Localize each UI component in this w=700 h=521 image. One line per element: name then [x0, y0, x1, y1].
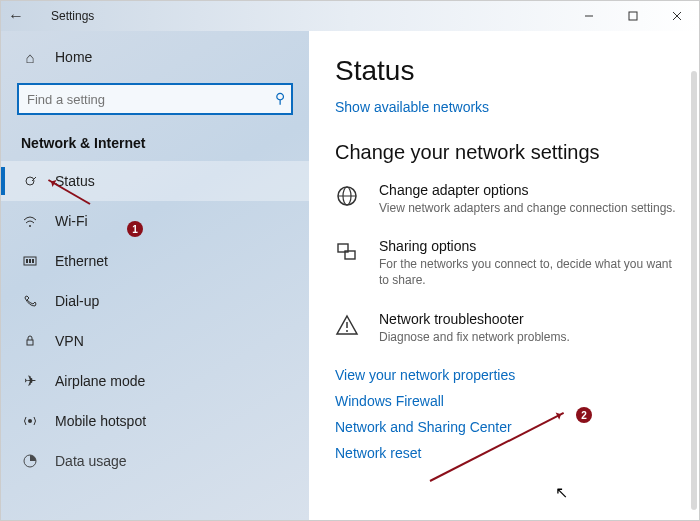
- hotspot-icon: [21, 413, 39, 429]
- globe-icon: [335, 184, 363, 216]
- window-title: Settings: [51, 9, 94, 23]
- datausage-icon: [21, 453, 39, 469]
- sidebar-item-label: Airplane mode: [55, 373, 145, 389]
- main-panel: Status Show available networks Change yo…: [309, 31, 699, 520]
- search-icon: ⚲: [275, 90, 285, 106]
- home-icon: ⌂: [21, 49, 39, 66]
- svg-point-4: [26, 177, 34, 185]
- row-adapter-options[interactable]: Change adapter options View network adap…: [335, 182, 699, 216]
- sidebar-item-vpn[interactable]: VPN: [1, 321, 309, 361]
- link-network-properties[interactable]: View your network properties: [335, 367, 699, 383]
- sidebar-home-label: Home: [55, 49, 92, 65]
- row-label: Change adapter options: [379, 182, 676, 198]
- annotation-1: 1: [127, 221, 143, 237]
- annotation-2: 2: [576, 407, 592, 423]
- svg-rect-10: [32, 259, 34, 263]
- links-block: View your network properties Windows Fir…: [335, 367, 699, 461]
- link-network-reset[interactable]: Network reset: [335, 445, 699, 461]
- row-desc: Diagnose and fix network problems.: [379, 329, 570, 345]
- svg-point-6: [29, 225, 31, 227]
- svg-point-20: [346, 330, 348, 332]
- row-label: Network troubleshooter: [379, 311, 570, 327]
- sidebar-item-datausage[interactable]: Data usage: [1, 441, 309, 481]
- row-sharing-options[interactable]: Sharing options For the networks you con…: [335, 238, 699, 288]
- status-icon: [21, 173, 39, 189]
- sidebar-item-label: Wi-Fi: [55, 213, 88, 229]
- sidebar-home[interactable]: ⌂ Home: [1, 37, 309, 77]
- mouse-cursor: ↖: [555, 483, 568, 502]
- search-wrap: ⚲: [17, 83, 293, 115]
- svg-rect-1: [629, 12, 637, 20]
- row-troubleshooter[interactable]: Network troubleshooter Diagnose and fix …: [335, 311, 699, 345]
- sharing-icon: [335, 240, 363, 288]
- row-desc: View network adapters and change connect…: [379, 200, 676, 216]
- link-network-sharing-center[interactable]: Network and Sharing Center: [335, 419, 699, 435]
- row-label: Sharing options: [379, 238, 681, 254]
- svg-rect-11: [27, 340, 33, 345]
- sidebar-item-label: VPN: [55, 333, 84, 349]
- change-settings-heading: Change your network settings: [335, 141, 699, 164]
- scrollbar[interactable]: [691, 71, 697, 510]
- svg-rect-9: [29, 259, 31, 263]
- sidebar-item-dialup[interactable]: Dial-up: [1, 281, 309, 321]
- search-input[interactable]: [17, 83, 293, 115]
- vpn-icon: [21, 333, 39, 349]
- sidebar-item-label: Ethernet: [55, 253, 108, 269]
- sidebar-item-hotspot[interactable]: Mobile hotspot: [1, 401, 309, 441]
- airplane-icon: ✈: [21, 372, 39, 390]
- sidebar-item-airplane[interactable]: ✈ Airplane mode: [1, 361, 309, 401]
- maximize-button[interactable]: [611, 1, 655, 31]
- sidebar-item-wifi[interactable]: Wi-Fi: [1, 201, 309, 241]
- close-button[interactable]: [655, 1, 699, 31]
- sidebar-item-label: Dial-up: [55, 293, 99, 309]
- minimize-button[interactable]: [567, 1, 611, 31]
- content: ⌂ Home ⚲ Network & Internet Status: [1, 31, 699, 520]
- warning-icon: [335, 313, 363, 345]
- page-title: Status: [335, 55, 699, 87]
- row-desc: For the networks you connect to, decide …: [379, 256, 681, 288]
- dialup-icon: [21, 293, 39, 309]
- svg-point-12: [28, 419, 32, 423]
- sidebar-section-title: Network & Internet: [1, 129, 309, 161]
- sidebar-item-label: Data usage: [55, 453, 127, 469]
- sidebar: ⌂ Home ⚲ Network & Internet Status: [1, 31, 309, 520]
- sidebar-item-label: Mobile hotspot: [55, 413, 146, 429]
- link-windows-firewall[interactable]: Windows Firewall: [335, 393, 699, 409]
- ethernet-icon: [21, 253, 39, 269]
- settings-window: ← Settings ⌂ Home ⚲: [0, 0, 700, 521]
- wifi-icon: [21, 213, 39, 229]
- back-button[interactable]: ←: [1, 7, 31, 25]
- window-controls: [567, 1, 699, 31]
- sidebar-item-ethernet[interactable]: Ethernet: [1, 241, 309, 281]
- show-networks-link[interactable]: Show available networks: [335, 99, 489, 115]
- svg-rect-8: [26, 259, 28, 263]
- titlebar: ← Settings: [1, 1, 699, 31]
